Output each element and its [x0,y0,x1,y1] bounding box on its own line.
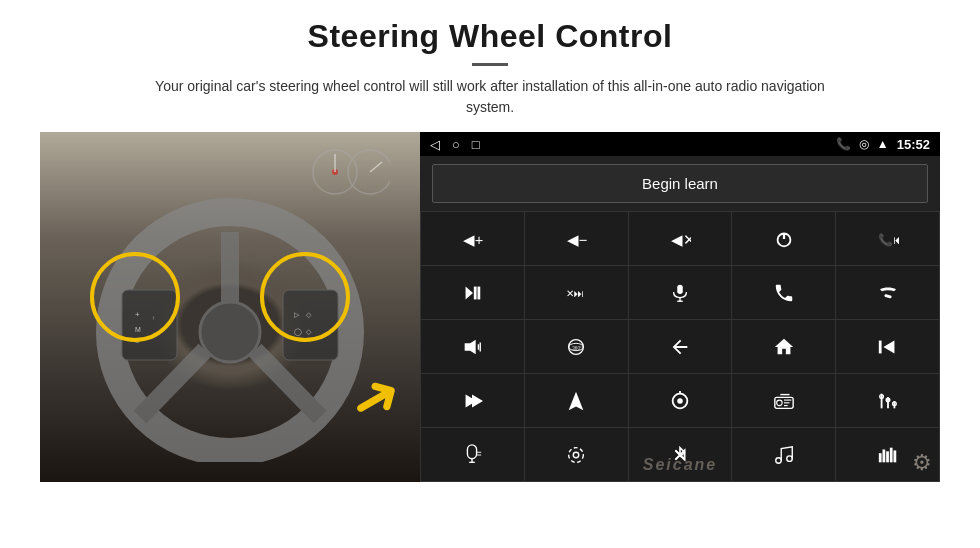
phone-icon: 📞 [836,137,851,151]
svg-rect-28 [474,286,477,299]
svg-rect-68 [878,453,881,462]
music-button[interactable] [732,428,835,481]
home-nav-icon: ○ [452,137,460,152]
begin-learn-button[interactable]: Begin learn [432,164,928,203]
mic-button[interactable] [629,266,732,319]
android-screen: ◁ ○ □ 📞 ◎ ▲ 15:52 Begin learn [420,132,940,482]
svg-point-50 [776,400,782,406]
begin-learn-row: Begin learn [420,156,940,211]
voice-button[interactable] [421,428,524,481]
status-bar: ◁ ○ □ 📞 ◎ ▲ 15:52 [420,132,940,156]
phone-prev-button[interactable]: 📞⏮ [836,212,939,265]
svg-marker-27 [466,286,473,299]
status-time: 15:52 [897,137,930,152]
svg-rect-69 [882,449,885,462]
navigation-button[interactable] [525,374,628,427]
svg-text:◀+: ◀+ [463,231,483,247]
recents-nav-icon: □ [472,137,480,152]
highlight-circle-right [260,252,350,342]
android-screen-inner: Begin learn ◀+ ◀− ◀✕ [420,156,940,482]
control-grid: ◀+ ◀− ◀✕ [420,211,940,482]
svg-point-66 [787,455,793,461]
settings3-button[interactable] [525,428,628,481]
car-image: + M − ↑ ↵ ▷ ◇ ◯ ◇ ➜ [40,132,420,482]
home-button[interactable] [732,320,835,373]
vol-down-button[interactable]: ◀− [525,212,628,265]
mute-button[interactable]: ◀✕ [629,212,732,265]
svg-point-65 [776,457,782,463]
status-bar-nav-icons: ◁ ○ □ [430,137,480,152]
content-area: + M − ↑ ↵ ▷ ◇ ◯ ◇ ➜ ◁ [40,132,940,482]
skip-next2-button[interactable] [421,374,524,427]
power-button[interactable] [732,212,835,265]
svg-rect-72 [893,450,896,462]
title-section: Steering Wheel Control Your original car… [40,18,940,118]
radio-button[interactable] [732,374,835,427]
svg-rect-71 [889,447,892,462]
fast-fwd-button[interactable]: ✕⏭ [525,266,628,319]
svg-rect-34 [884,293,892,298]
page-wrapper: Steering Wheel Control Your original car… [0,0,980,548]
wifi-icon: ▲ [877,137,889,151]
svg-point-64 [569,447,584,462]
bluetooth-button[interactable] [629,428,732,481]
svg-rect-29 [478,286,481,299]
svg-line-4 [370,162,382,172]
svg-text:◀✕: ◀✕ [671,231,691,247]
svg-text:◀−: ◀− [567,231,587,247]
svg-marker-35 [465,339,476,354]
svg-rect-41 [878,340,881,353]
title-divider [472,63,508,66]
svg-text:📞⏮: 📞⏮ [878,231,899,246]
subtitle: Your original car's steering wheel contr… [140,76,840,118]
back-nav-icon: ◁ [430,137,440,152]
highlight-circle-left [90,252,180,342]
svg-point-47 [677,398,683,404]
svg-rect-31 [677,284,683,293]
status-bar-right: 📞 ◎ ▲ 15:52 [836,137,930,152]
svg-rect-70 [886,451,889,462]
svg-marker-45 [569,391,584,409]
vol-up-button[interactable]: ◀+ [421,212,524,265]
location-icon: ◎ [859,137,869,151]
svg-marker-44 [472,394,483,407]
page-title: Steering Wheel Control [40,18,940,55]
source-button[interactable] [629,374,732,427]
gear-settings-icon[interactable]: ⚙ [912,450,932,476]
equalizer-button[interactable] [836,374,939,427]
svg-text:✕⏭: ✕⏭ [566,287,584,298]
hangup-button[interactable] [836,266,939,319]
back-button[interactable] [629,320,732,373]
next-track-button[interactable] [421,266,524,319]
horn-button[interactable] [421,320,524,373]
call-button[interactable] [732,266,835,319]
svg-text:360°: 360° [573,345,583,350]
svg-point-6 [200,302,260,362]
surround-360-button[interactable]: 360° [525,320,628,373]
svg-point-63 [573,452,579,458]
rewind-button[interactable] [836,320,939,373]
svg-marker-42 [883,340,894,353]
